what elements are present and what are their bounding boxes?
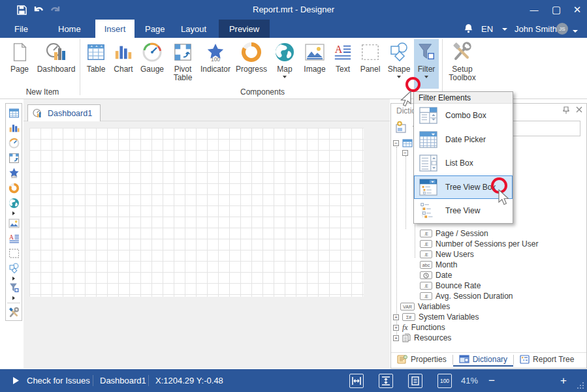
fit-page-width-button[interactable] (349, 374, 364, 388)
toolbox-gauge-button[interactable] (6, 136, 22, 151)
toolbox-text-button[interactable]: A (6, 231, 22, 246)
tree-item-system-variables[interactable]: +Σ#System Variables (393, 312, 479, 322)
text-icon: A (333, 42, 353, 63)
user-chevron-down-icon[interactable] (573, 30, 578, 33)
avatar[interactable]: JS (556, 23, 568, 35)
ribbon-label: Text (336, 65, 350, 74)
toolbox-map-button[interactable] (6, 196, 22, 211)
tab-home[interactable]: Home (49, 20, 90, 38)
toolbox-filter-button[interactable] (6, 280, 22, 295)
gauge-icon (142, 42, 163, 63)
tree-node-child[interactable]: − (402, 147, 408, 158)
tree-item-field[interactable]: abcMonth (420, 260, 457, 270)
toolbox-pivot-table-button[interactable] (6, 151, 22, 166)
panel-tab-properties[interactable]: Properties (391, 353, 452, 367)
dashboard-tab-icon (33, 108, 44, 119)
ribbon-button-pivot-table[interactable]: Pivot Table (168, 39, 198, 89)
expand-icon[interactable]: + (393, 325, 399, 331)
ribbon-button-text[interactable]: A Text (330, 39, 355, 89)
ribbon-button-table[interactable]: Table (83, 39, 109, 89)
toolbox-progress-button[interactable] (6, 181, 22, 196)
pin-icon[interactable] (563, 106, 569, 114)
tree-item-variables[interactable]: VARVariables (400, 301, 450, 312)
ribbon-button-image[interactable]: Image (300, 39, 329, 89)
user-menu[interactable]: John Smith (515, 24, 557, 34)
check-for-issues-button[interactable]: Check for Issues (13, 369, 90, 392)
dropdown-item-list-box[interactable]: List Box (414, 151, 513, 175)
fit-page-height-button[interactable] (379, 374, 393, 388)
ribbon-button-progress[interactable]: Progress (234, 39, 269, 89)
tree-item-field[interactable]: .ENumber of Sessions per User (420, 239, 538, 249)
tree-item-field[interactable]: .EPage / Session (420, 228, 488, 239)
resize-grip[interactable] (577, 382, 584, 389)
ribbon-label: Table (87, 65, 106, 74)
zoom-100-button[interactable]: 100 (437, 374, 452, 388)
close-button[interactable]: ✕ (566, 0, 587, 20)
zoom-out-button[interactable]: − (488, 369, 495, 392)
toolbox-image-button[interactable] (6, 216, 22, 231)
expand-icon[interactable]: + (393, 314, 399, 320)
dropdown-item-label: Combo Box (445, 111, 486, 120)
ribbon-label: Filter (418, 65, 436, 74)
map-chevron-down-icon[interactable] (283, 76, 287, 78)
zoom-in-button[interactable]: + (560, 369, 567, 392)
dropdown-item-combo-box[interactable]: Combo Box (414, 104, 513, 128)
tab-preview[interactable]: Preview (219, 20, 270, 38)
toolbox-filter-expand-arrow[interactable] (6, 295, 22, 301)
toolbox-shape-expand-arrow[interactable] (6, 276, 22, 281)
collapse-icon[interactable]: − (393, 140, 399, 146)
statusbar-page-name[interactable]: Dashboard1 (100, 369, 146, 392)
tree-item-functions[interactable]: +fxFunctions (393, 322, 445, 333)
toolbox-panel-button[interactable] (6, 246, 22, 261)
toolbox-setup-button[interactable] (6, 305, 22, 320)
dashboard-page-grid[interactable] (29, 128, 364, 297)
ribbon-button-dashboard[interactable]: Dashboard (35, 39, 77, 89)
language-selector[interactable]: EN (481, 24, 507, 34)
ribbon-button-panel[interactable]: Panel (357, 39, 384, 89)
tree-item-field[interactable]: .ENew Users (420, 249, 474, 260)
toolbox-table-button[interactable] (6, 106, 22, 121)
page-name-label: Dashboard1 (100, 376, 146, 385)
tree-node-root[interactable]: − (393, 138, 413, 148)
ribbon-label: Chart (114, 65, 133, 74)
ribbon-button-chart[interactable]: Chart (110, 39, 136, 89)
ribbon-label: Dashboard (37, 65, 76, 74)
toolbox-indicator-button[interactable]: 100 (6, 166, 22, 181)
maximize-button[interactable]: ▢ (545, 0, 567, 20)
panel-tab-dictionary[interactable]: Dictionary (453, 353, 513, 367)
svg-text:A: A (9, 233, 14, 240)
panel-tab-report-tree[interactable]: Report Tree (514, 353, 580, 367)
dropdown-item-date-picker[interactable]: Date Picker (414, 128, 513, 152)
notifications-button[interactable] (464, 23, 473, 37)
toolbox-map-expand-arrow[interactable] (6, 211, 22, 216)
toolbox-chart-button[interactable] (6, 121, 22, 136)
ribbon-button-gauge[interactable]: Gauge (138, 39, 167, 89)
number-field-icon: .E (420, 282, 432, 290)
toolbox-separator (7, 303, 20, 303)
ribbon-button-page[interactable]: Page (7, 39, 33, 89)
document-tab-dashboard1[interactable]: Dashboard1 (27, 104, 101, 121)
shape-chevron-down-icon[interactable] (397, 76, 401, 78)
combo-box-icon (419, 106, 437, 125)
tree-item-field[interactable]: .EBounce Rate (420, 280, 481, 291)
tab-page[interactable]: Page (136, 20, 174, 38)
pivot-table-icon (173, 42, 193, 63)
close-panel-icon[interactable] (576, 106, 582, 113)
tree-item-field[interactable]: .EAvg. Session Duration (420, 291, 513, 301)
ribbon-button-setup-toolbox[interactable]: Setup Toolbox (445, 39, 479, 89)
tree-item-resources[interactable]: + Resources (393, 333, 451, 343)
filter-chevron-down-icon[interactable] (424, 76, 428, 78)
toolbox-shape-button[interactable] (6, 261, 22, 276)
tab-layout[interactable]: Layout (172, 20, 215, 38)
one-page-view-button[interactable] (408, 374, 422, 388)
minimize-button[interactable]: — (523, 0, 545, 20)
expand-icon[interactable]: + (393, 335, 399, 341)
tab-insert[interactable]: Insert (95, 20, 135, 38)
collapse-icon[interactable]: − (402, 150, 408, 156)
statusbar-coordinates: X:1204.29 Y:-0.48 (155, 369, 223, 392)
ribbon-button-map[interactable]: Map (270, 39, 299, 89)
new-item-icon (395, 121, 409, 134)
tree-item-field[interactable]: Date (420, 270, 452, 280)
ribbon-button-indicator[interactable]: 100 Indicator (199, 39, 232, 89)
tab-file[interactable]: File (5, 20, 37, 38)
